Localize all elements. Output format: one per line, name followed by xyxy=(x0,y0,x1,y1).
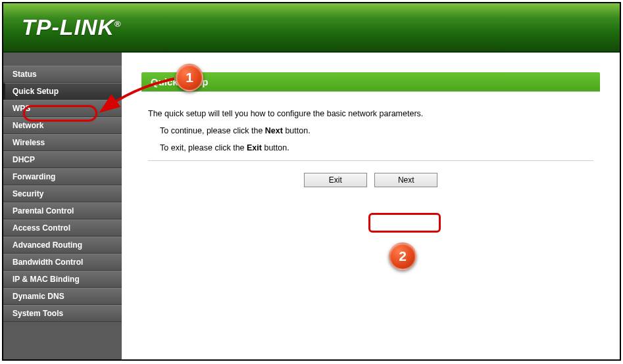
main-content: Quick Setup The quick setup will tell yo… xyxy=(122,53,620,359)
sidebar-item-dhcp[interactable]: DHCP xyxy=(3,151,122,168)
brand-logo: TP-LINK® xyxy=(22,14,122,40)
sidebar-item-quick-setup[interactable]: Quick Setup xyxy=(3,83,122,100)
sidebar-item-security[interactable]: Security xyxy=(3,185,122,202)
sidebar-item-label: Status xyxy=(12,70,37,79)
sidebar-item-label: Wireless xyxy=(12,138,45,147)
text-part: button. xyxy=(283,126,311,135)
sidebar-item-label: Parental Control xyxy=(12,206,74,216)
text-bold: Next xyxy=(265,126,283,135)
sidebar-item-wps[interactable]: WPS xyxy=(3,100,122,117)
sidebar-item-ip-mac-binding[interactable]: IP & MAC Binding xyxy=(3,271,122,288)
text-bold: Exit xyxy=(247,143,262,152)
sidebar-item-system-tools[interactable]: System Tools xyxy=(3,305,122,322)
sidebar-item-wireless[interactable]: Wireless xyxy=(3,134,122,151)
sidebar-item-label: Security xyxy=(12,189,43,198)
sidebar-item-status[interactable]: Status xyxy=(3,66,122,83)
continue-text: To continue, please click the Next butto… xyxy=(148,126,593,135)
sidebar: Status Quick Setup WPS Network Wireless … xyxy=(3,53,122,359)
divider xyxy=(148,160,593,161)
sidebar-item-forwarding[interactable]: Forwarding xyxy=(3,168,122,185)
registered-mark: ® xyxy=(114,19,122,29)
sidebar-item-label: Access Control xyxy=(12,223,70,233)
sidebar-item-advanced-routing[interactable]: Advanced Routing xyxy=(3,237,122,254)
sidebar-item-label: WPS xyxy=(12,104,30,113)
sidebar-item-label: IP & MAC Binding xyxy=(12,275,80,284)
intro-text: The quick setup will tell you how to con… xyxy=(148,109,593,118)
sidebar-item-parental-control[interactable]: Parental Control xyxy=(3,202,122,219)
header: TP-LINK® xyxy=(3,3,620,53)
button-row: Exit Next xyxy=(148,173,593,187)
sidebar-item-label: Bandwidth Control xyxy=(12,258,83,267)
brand-text: TP-LINK xyxy=(22,14,114,39)
sidebar-item-label: System Tools xyxy=(12,309,63,318)
section-title-text: Quick Setup xyxy=(151,76,209,87)
sidebar-item-label: Dynamic DNS xyxy=(12,292,64,301)
sidebar-item-label: DHCP xyxy=(12,155,35,164)
text-part: button. xyxy=(262,143,289,152)
sidebar-item-label: Advanced Routing xyxy=(12,240,82,250)
section-body: The quick setup will tell you how to con… xyxy=(141,91,600,200)
sidebar-item-label: Network xyxy=(12,121,43,130)
sidebar-item-label: Quick Setup xyxy=(12,87,59,96)
sidebar-item-label: Forwarding xyxy=(12,172,55,181)
exit-button[interactable]: Exit xyxy=(304,173,367,187)
section-title: Quick Setup xyxy=(141,72,600,91)
text-part: To continue, please click the xyxy=(160,126,265,135)
next-button[interactable]: Next xyxy=(374,173,437,187)
sidebar-item-network[interactable]: Network xyxy=(3,117,122,134)
exit-text: To exit, please click the Exit button. xyxy=(148,143,593,152)
sidebar-item-access-control[interactable]: Access Control xyxy=(3,219,122,237)
text-part: To exit, please click the xyxy=(160,143,247,152)
sidebar-item-dynamic-dns[interactable]: Dynamic DNS xyxy=(3,288,122,305)
sidebar-item-bandwidth-control[interactable]: Bandwidth Control xyxy=(3,254,122,271)
